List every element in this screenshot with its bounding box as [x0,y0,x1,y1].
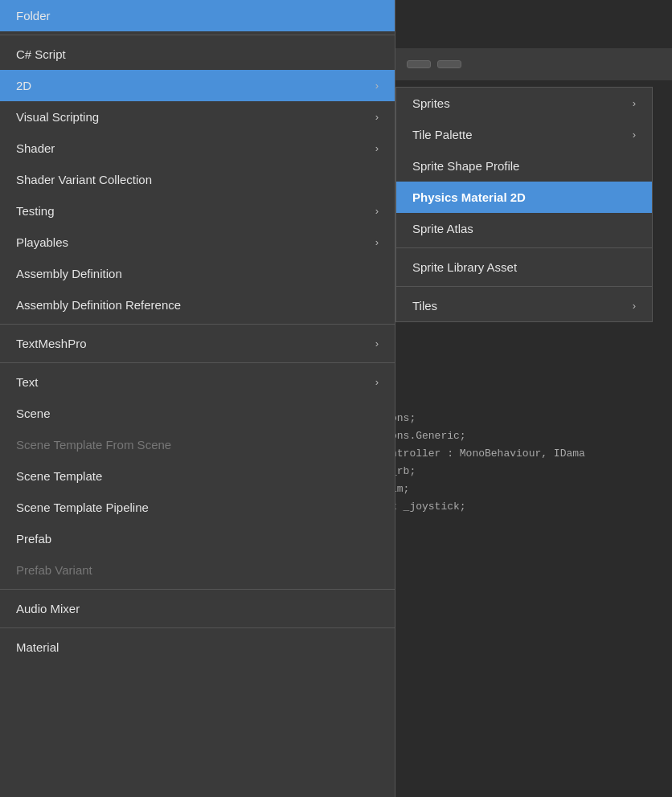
menu-item-material[interactable]: Material [0,631,395,663]
menu-item-scene-template-pipeline[interactable]: Scene Template Pipeline [0,492,395,523]
menu-item-csharp-script[interactable]: C# Script [0,39,395,70]
open-button[interactable] [407,60,431,68]
chevron-right-icon: › [375,142,379,154]
menu-item-folder[interactable]: Folder [0,0,395,31]
submenu-label-sprite-library-asset: Sprite Library Asset [412,260,517,274]
menu-label-shader-variant-collection: Shader Variant Collection [16,173,152,186]
menu-label-scene: Scene [16,407,51,420]
menu-item-visual-scripting[interactable]: Visual Scripting› [0,101,395,133]
menu-item-shader[interactable]: Shader› [0,133,395,164]
submenu-divider [396,247,652,248]
menu-item-assembly-definition[interactable]: Assembly Definition [0,258,395,289]
menu-item-text[interactable]: Text› [0,366,395,398]
chevron-right-icon: › [633,97,636,109]
menu-label-textmeshpro: TextMeshPro [16,337,87,350]
chevron-right-icon: › [375,376,379,388]
code-line: ons; [391,410,664,427]
submenu-label-tiles: Tiles [412,299,437,313]
menu-label-scene-template-pipeline: Scene Template Pipeline [16,501,149,514]
code-line: _rb; [391,463,664,480]
menu-item-prefab-variant: Prefab Variant [0,554,395,586]
code-line: k _joystick; [391,498,664,516]
menu-label-assembly-definition: Assembly Definition [16,267,122,280]
menu-label-csharp-script: C# Script [16,47,66,61]
submenu-label-sprite-shape-profile: Sprite Shape Profile [412,159,519,173]
menu-item-playables[interactable]: Playables› [0,227,395,258]
menu-item-2d[interactable]: 2D› [0,70,395,101]
submenu-item-sprite-atlas[interactable]: Sprite Atlas [396,213,652,244]
submenu-item-sprites[interactable]: Sprites› [396,88,652,119]
menu-label-2d: 2D [16,79,31,92]
menu-item-testing[interactable]: Testing› [0,195,395,227]
menu-label-playables: Playables [16,235,68,249]
menu-label-prefab: Prefab [16,532,51,546]
top-bar [391,48,672,80]
menu-item-shader-variant-collection[interactable]: Shader Variant Collection [0,164,395,195]
menu-label-folder: Folder [16,9,51,22]
chevron-right-icon: › [375,80,379,92]
right-submenu: Sprites›Tile Palette›Sprite Shape Profil… [395,87,653,322]
menu-item-scene-template[interactable]: Scene Template [0,460,395,492]
submenu-item-physics-material-2d[interactable]: Physics Material 2D [396,182,652,213]
menu-item-assembly-definition-reference[interactable]: Assembly Definition Reference [0,289,395,321]
menu-label-text: Text [16,375,39,389]
chevron-right-icon: › [375,236,379,248]
menu-item-audio-mixer[interactable]: Audio Mixer [0,593,395,624]
menu-label-visual-scripting: Visual Scripting [16,110,99,124]
menu-label-assembly-definition-reference: Assembly Definition Reference [16,298,181,312]
menu-label-scene-template: Scene Template [16,469,102,483]
menu-label-testing: Testing [16,204,55,218]
menu-label-audio-mixer: Audio Mixer [16,602,80,615]
submenu-label-sprites: Sprites [412,96,450,110]
submenu-divider [396,286,652,287]
menu-divider [0,362,395,363]
chevron-right-icon: › [633,300,636,312]
menu-label-prefab-variant: Prefab Variant [16,563,92,577]
code-line: ntroller : MonoBehaviour, IDama [391,445,664,463]
code-line: im; [391,480,664,498]
menu-item-scene[interactable]: Scene [0,398,395,429]
submenu-label-physics-material-2d: Physics Material 2D [412,190,526,204]
menu-label-material: Material [16,640,59,654]
code-area: ons;ons.Generic;ntroller : MonoBehaviour… [383,402,672,525]
submenu-item-tiles[interactable]: Tiles› [396,290,652,321]
submenu-item-sprite-library-asset[interactable]: Sprite Library Asset [396,251,652,283]
edit-button[interactable] [437,60,461,68]
menu-divider [0,589,395,590]
menu-label-shader: Shader [16,141,55,155]
chevron-right-icon: › [633,129,636,141]
submenu-label-tile-palette: Tile Palette [412,128,472,141]
menu-label-scene-template-from-scene: Scene Template From Scene [16,438,171,452]
menu-divider [0,324,395,325]
code-line: ons.Generic; [391,427,664,445]
submenu-item-tile-palette[interactable]: Tile Palette› [396,119,652,150]
chevron-right-icon: › [375,205,379,217]
left-menu: FolderC# Script2D›Visual Scripting›Shade… [0,0,395,797]
submenu-item-sprite-shape-profile[interactable]: Sprite Shape Profile [396,150,652,182]
chevron-right-icon: › [375,337,379,349]
menu-item-textmeshpro[interactable]: TextMeshPro› [0,328,395,359]
menu-item-scene-template-from-scene: Scene Template From Scene [0,429,395,460]
menu-divider [0,627,395,628]
submenu-label-sprite-atlas: Sprite Atlas [412,222,473,235]
menu-divider [0,35,395,35]
chevron-right-icon: › [375,111,379,123]
menu-item-prefab[interactable]: Prefab [0,523,395,554]
